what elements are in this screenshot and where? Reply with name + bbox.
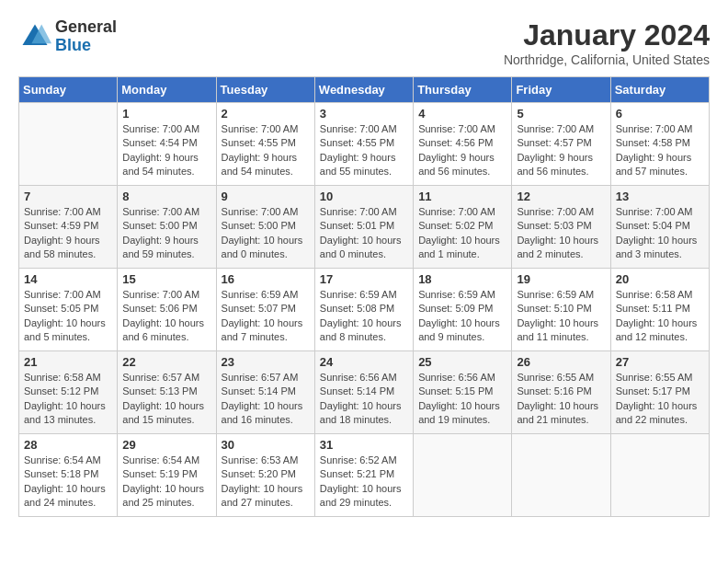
- calendar-cell-w5d6: [512, 434, 610, 517]
- sunset-time: Sunset: 4:56 PM: [418, 137, 493, 148]
- sun-info: Sunrise: 6:56 AM Sunset: 5:15 PM Dayligh…: [418, 371, 506, 428]
- col-friday: Friday: [512, 77, 610, 103]
- day-number: 2: [222, 107, 310, 121]
- daylight-hours: Daylight: 10 hours and 9 minutes.: [418, 317, 500, 342]
- daylight-hours: Daylight: 10 hours and 19 minutes.: [418, 400, 500, 425]
- sun-info: Sunrise: 7:00 AM Sunset: 5:06 PM Dayligh…: [122, 288, 210, 345]
- sunset-time: Sunset: 5:07 PM: [222, 303, 296, 314]
- sun-info: Sunrise: 6:54 AM Sunset: 5:19 PM Dayligh…: [122, 454, 210, 511]
- sun-info: Sunrise: 6:59 AM Sunset: 5:10 PM Dayligh…: [517, 288, 605, 345]
- sunset-time: Sunset: 4:58 PM: [616, 137, 690, 148]
- calendar-cell-w5d5: [414, 434, 512, 517]
- daylight-hours: Daylight: 9 hours and 59 minutes.: [122, 235, 199, 259]
- calendar-cell-w1d1: [19, 103, 118, 186]
- calendar-cell-w5d1: 28 Sunrise: 6:54 AM Sunset: 5:18 PM Dayl…: [19, 434, 118, 517]
- day-number: 4: [418, 107, 506, 121]
- sun-info: Sunrise: 6:56 AM Sunset: 5:14 PM Dayligh…: [320, 371, 408, 428]
- col-saturday: Saturday: [610, 77, 709, 103]
- daylight-hours: Daylight: 10 hours and 0 minutes.: [222, 235, 303, 259]
- calendar-cell-w1d6: 5 Sunrise: 7:00 AM Sunset: 4:57 PM Dayli…: [512, 103, 610, 186]
- calendar-cell-w1d4: 3 Sunrise: 7:00 AM Sunset: 4:55 PM Dayli…: [314, 103, 413, 186]
- sunrise-time: Sunrise: 6:54 AM: [122, 454, 199, 465]
- sunrise-time: Sunrise: 6:56 AM: [320, 372, 397, 383]
- day-number: 1: [122, 107, 210, 121]
- calendar-cell-w3d2: 15 Sunrise: 7:00 AM Sunset: 5:06 PM Dayl…: [118, 269, 216, 351]
- calendar-cell-w5d7: [610, 434, 709, 517]
- day-number: 19: [517, 272, 605, 286]
- daylight-hours: Daylight: 10 hours and 1 minute.: [418, 235, 500, 259]
- sun-info: Sunrise: 6:54 AM Sunset: 5:18 PM Dayligh…: [24, 454, 112, 511]
- sunrise-time: Sunrise: 7:00 AM: [616, 206, 693, 217]
- calendar-cell-w2d3: 9 Sunrise: 7:00 AM Sunset: 5:00 PM Dayli…: [216, 186, 314, 269]
- day-number: 11: [418, 190, 506, 203]
- sun-info: Sunrise: 7:00 AM Sunset: 5:00 PM Dayligh…: [122, 205, 210, 262]
- calendar-cell-w2d7: 13 Sunrise: 7:00 AM Sunset: 5:04 PM Dayl…: [610, 186, 709, 269]
- sunrise-time: Sunrise: 6:52 AM: [320, 454, 397, 465]
- calendar-cell-w1d2: 1 Sunrise: 7:00 AM Sunset: 4:54 PM Dayli…: [118, 103, 216, 186]
- sunrise-time: Sunrise: 6:57 AM: [222, 372, 299, 383]
- sunrise-time: Sunrise: 7:00 AM: [517, 206, 594, 217]
- sunrise-time: Sunrise: 7:00 AM: [616, 123, 693, 134]
- sunrise-time: Sunrise: 6:57 AM: [122, 372, 199, 383]
- daylight-hours: Daylight: 10 hours and 7 minutes.: [222, 317, 303, 342]
- daylight-hours: Daylight: 9 hours and 54 minutes.: [122, 152, 199, 177]
- daylight-hours: Daylight: 10 hours and 24 minutes.: [24, 483, 106, 508]
- day-number: 10: [320, 190, 408, 203]
- sunrise-time: Sunrise: 6:58 AM: [616, 289, 693, 300]
- day-number: 27: [616, 355, 704, 369]
- calendar-cell-w4d7: 27 Sunrise: 6:55 AM Sunset: 5:17 PM Dayl…: [610, 351, 709, 434]
- calendar-cell-w1d7: 6 Sunrise: 7:00 AM Sunset: 4:58 PM Dayli…: [610, 103, 709, 186]
- calendar-cell-w3d6: 19 Sunrise: 6:59 AM Sunset: 5:10 PM Dayl…: [512, 269, 610, 351]
- sun-info: Sunrise: 7:00 AM Sunset: 5:04 PM Dayligh…: [616, 205, 704, 262]
- sun-info: Sunrise: 6:53 AM Sunset: 5:20 PM Dayligh…: [222, 454, 310, 511]
- calendar-header-row: Sunday Monday Tuesday Wednesday Thursday…: [19, 77, 710, 103]
- sunrise-time: Sunrise: 6:54 AM: [24, 454, 101, 465]
- sunrise-time: Sunrise: 6:59 AM: [418, 289, 495, 300]
- sunset-time: Sunset: 5:21 PM: [320, 468, 394, 479]
- sun-info: Sunrise: 6:55 AM Sunset: 5:16 PM Dayligh…: [517, 371, 605, 428]
- sunrise-time: Sunrise: 6:55 AM: [616, 372, 693, 383]
- day-number: 5: [517, 107, 605, 121]
- sun-info: Sunrise: 6:55 AM Sunset: 5:17 PM Dayligh…: [616, 371, 704, 428]
- title-block: January 2024 Northridge, California, Uni…: [504, 18, 710, 67]
- sun-info: Sunrise: 7:00 AM Sunset: 4:59 PM Dayligh…: [24, 205, 112, 262]
- sunset-time: Sunset: 5:04 PM: [616, 220, 690, 231]
- daylight-hours: Daylight: 9 hours and 55 minutes.: [320, 152, 396, 177]
- sun-info: Sunrise: 6:58 AM Sunset: 5:11 PM Dayligh…: [616, 288, 704, 345]
- logo-general-text: General: [55, 17, 117, 36]
- week-row-3: 14 Sunrise: 7:00 AM Sunset: 5:05 PM Dayl…: [19, 269, 710, 351]
- calendar-cell-w5d2: 29 Sunrise: 6:54 AM Sunset: 5:19 PM Dayl…: [118, 434, 216, 517]
- sun-info: Sunrise: 7:00 AM Sunset: 4:55 PM Dayligh…: [320, 122, 408, 179]
- col-monday: Monday: [118, 77, 216, 103]
- calendar-cell-w4d5: 25 Sunrise: 6:56 AM Sunset: 5:15 PM Dayl…: [414, 351, 512, 434]
- day-number: 12: [517, 190, 605, 203]
- calendar-cell-w4d2: 22 Sunrise: 6:57 AM Sunset: 5:13 PM Dayl…: [118, 351, 216, 434]
- sun-info: Sunrise: 6:52 AM Sunset: 5:21 PM Dayligh…: [320, 454, 408, 511]
- col-wednesday: Wednesday: [314, 77, 413, 103]
- sunrise-time: Sunrise: 7:00 AM: [418, 206, 495, 217]
- sun-info: Sunrise: 6:57 AM Sunset: 5:13 PM Dayligh…: [122, 371, 210, 428]
- sunrise-time: Sunrise: 6:58 AM: [24, 372, 101, 383]
- calendar-cell-w3d3: 16 Sunrise: 6:59 AM Sunset: 5:07 PM Dayl…: [216, 269, 314, 351]
- day-number: 13: [616, 190, 704, 203]
- day-number: 31: [320, 438, 408, 452]
- day-number: 16: [222, 272, 310, 286]
- sunset-time: Sunset: 5:14 PM: [222, 385, 296, 396]
- sunrise-time: Sunrise: 7:00 AM: [517, 123, 594, 134]
- sunrise-time: Sunrise: 7:00 AM: [24, 206, 101, 217]
- daylight-hours: Daylight: 10 hours and 0 minutes.: [320, 235, 402, 259]
- day-number: 17: [320, 272, 408, 286]
- sun-info: Sunrise: 7:00 AM Sunset: 5:02 PM Dayligh…: [418, 205, 506, 262]
- calendar-cell-w3d1: 14 Sunrise: 7:00 AM Sunset: 5:05 PM Dayl…: [19, 269, 118, 351]
- day-number: 22: [122, 355, 210, 369]
- sunset-time: Sunset: 5:12 PM: [24, 385, 98, 396]
- daylight-hours: Daylight: 9 hours and 56 minutes.: [418, 152, 495, 177]
- daylight-hours: Daylight: 10 hours and 25 minutes.: [122, 483, 204, 508]
- sun-info: Sunrise: 7:00 AM Sunset: 5:00 PM Dayligh…: [222, 205, 310, 262]
- sun-info: Sunrise: 7:00 AM Sunset: 4:58 PM Dayligh…: [616, 122, 704, 179]
- sun-info: Sunrise: 6:57 AM Sunset: 5:14 PM Dayligh…: [222, 371, 310, 428]
- col-tuesday: Tuesday: [216, 77, 314, 103]
- logo-icon: [18, 20, 51, 53]
- calendar-cell-w2d6: 12 Sunrise: 7:00 AM Sunset: 5:03 PM Dayl…: [512, 186, 610, 269]
- day-number: 15: [122, 272, 210, 286]
